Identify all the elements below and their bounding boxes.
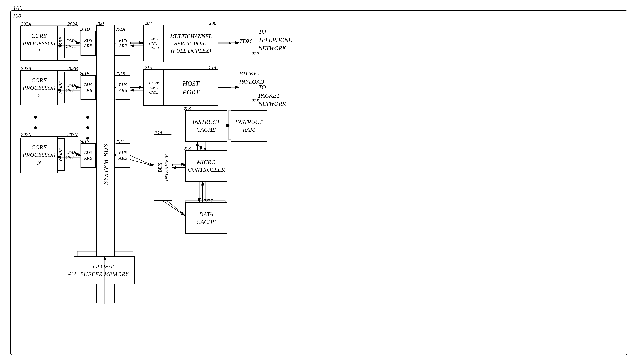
data-cache: DATACACHE <box>185 202 227 234</box>
ref-225: 225 <box>251 98 259 104</box>
serial-port-container: 206 DMACNTLSERIAL 207 MULTICHANNELSERIAL… <box>143 25 218 62</box>
bus-arb-e: BUSARB <box>81 76 96 100</box>
system-bus-label: SYSTEM BUS <box>102 144 109 184</box>
instruct-ram: INSTRUCTRAM <box>230 110 267 142</box>
dma-cntl-2-label: DMACNTL <box>65 70 78 105</box>
dma-cntl-1-container: 203A CORE DMACNTL <box>57 26 78 61</box>
dma-cntl-n-container: 203N CORE DMACNTL <box>57 137 78 173</box>
host-port-container: 214 HOSTDMACNTL 215 HOSTPORT <box>143 69 218 106</box>
ref-200: 200 <box>96 20 104 26</box>
ref-100: 100 <box>13 13 21 19</box>
svg-line-93 <box>130 156 154 166</box>
to-packet-label: TOPACKETNETWORK <box>258 83 286 108</box>
bus-interface-label: BUSINTERFACE <box>157 154 169 181</box>
bus-arb-a: BUSARB <box>116 31 130 55</box>
ref-201a: 201A <box>116 27 125 32</box>
ref-210: 210 <box>69 270 76 276</box>
serial-port-label: MULTICHANNELSERIAL PORT(FULL DUPLEX) <box>164 25 218 62</box>
tdm-label: TDM <box>239 38 252 44</box>
bus-interface: BUSINTERFACE <box>154 134 172 201</box>
ref-227: 227 <box>205 198 213 204</box>
core-processor-1-label: COREPROCESSOR1 <box>21 26 58 61</box>
core-processor-2-label: COREPROCESSOR2 <box>21 70 58 105</box>
host-port-label: HOSTPORT <box>164 70 218 106</box>
host-dma-label: HOSTDMACNTL <box>144 70 164 106</box>
ref-223: 223 <box>183 146 191 152</box>
svg-marker-74 <box>229 86 231 89</box>
instruct-cache: INSTRUCTCACHE <box>185 110 227 142</box>
diagram-ref-100: 100 <box>13 4 23 12</box>
main-diagram: 100 202A COREPROCESSOR1 203A CORE DMACNT… <box>11 10 627 355</box>
core-block-n: CORE <box>57 138 65 170</box>
bus-arb-d: BUSARB <box>81 31 96 55</box>
to-telephone-label: TOTELEPHONENETWORK <box>258 28 292 52</box>
ref-201n: 201N <box>80 139 90 144</box>
ref-201c: 201C <box>116 139 125 144</box>
core-processor-1-container: 202A COREPROCESSOR1 203A CORE DMACNTL <box>21 26 78 60</box>
ref-201b: 201B <box>116 71 125 76</box>
ref-220: 220 <box>251 51 259 56</box>
dma-cntl-2-container: 203B CORE DMACNTL <box>57 70 78 105</box>
ref-207: 207 <box>145 20 152 26</box>
ref-228: 228 <box>183 106 191 112</box>
ref-201e: 201E <box>80 71 89 76</box>
core-block-1: CORE <box>57 28 65 58</box>
core-processor-2-container: 202B COREPROCESSOR2 203B CORE DMACNTL <box>21 70 78 105</box>
dots-2: ••• <box>86 112 90 143</box>
svg-line-101 <box>163 201 185 216</box>
ref-224: 224 <box>155 130 162 136</box>
core-block-2: CORE <box>57 72 65 103</box>
bus-arb-b: BUSARB <box>116 76 130 100</box>
dma-cntl-1-label: DMACNTL <box>65 26 78 61</box>
micro-controller: MICROCONTROLLER <box>185 150 227 182</box>
ref-215: 215 <box>145 65 152 70</box>
core-processor-n-label: COREPROCESSORN <box>21 137 58 173</box>
svg-marker-72 <box>229 42 231 44</box>
global-buffer-memory: GLOBALBUFFER MEMORY <box>74 256 135 284</box>
core-processor-n-container: 202N COREPROCESSORN 203N CORE DMACNTL <box>21 136 78 173</box>
ref-201d: 201D <box>80 27 90 32</box>
bus-arb-n: BUSARB <box>81 143 96 168</box>
bus-arb-c: BUSARB <box>116 143 130 168</box>
serial-dma-label: DMACNTLSERIAL <box>144 25 164 62</box>
dma-cntl-n-label: DMACNTL <box>65 137 78 173</box>
svg-marker-64 <box>227 124 230 126</box>
